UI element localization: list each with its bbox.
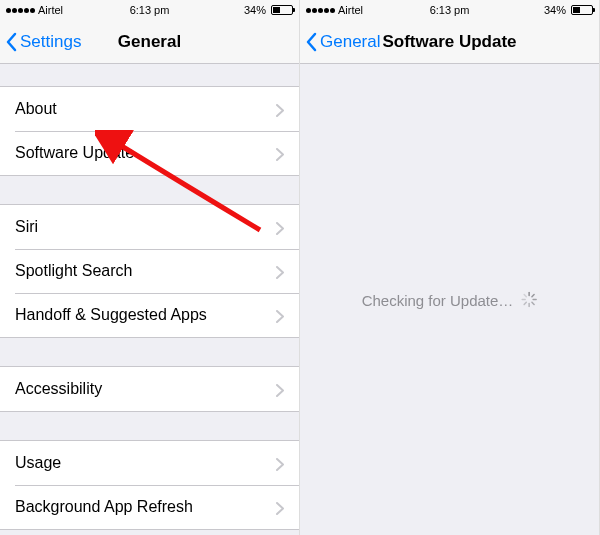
battery-pct-label: 34% xyxy=(244,4,266,16)
carrier-label: Airtel xyxy=(38,4,63,16)
chevron-right-icon xyxy=(276,103,284,116)
general-settings-screen: Airtel 6:13 pm 34% Settings General Abou… xyxy=(0,0,300,535)
content: Checking for Update… xyxy=(300,64,599,535)
chevron-left-icon xyxy=(306,32,318,52)
svg-line-5 xyxy=(524,302,526,304)
row-label: Siri xyxy=(15,218,276,236)
chevron-right-icon xyxy=(276,221,284,234)
clock-label: 6:13 pm xyxy=(430,4,470,16)
nav-bar: General Software Update xyxy=(300,20,599,64)
row-label: Handoff & Suggested Apps xyxy=(15,306,276,324)
row-software-update[interactable]: Software Update xyxy=(0,131,299,175)
row-background-app-refresh[interactable]: Background App Refresh xyxy=(0,485,299,529)
chevron-right-icon xyxy=(276,309,284,322)
row-label: About xyxy=(15,100,276,118)
nav-bar: Settings General xyxy=(0,20,299,64)
svg-line-3 xyxy=(532,302,534,304)
page-title: General xyxy=(118,32,181,52)
carrier-label: Airtel xyxy=(338,4,363,16)
row-label: Software Update xyxy=(15,144,276,162)
row-siri[interactable]: Siri xyxy=(0,205,299,249)
chevron-left-icon xyxy=(6,32,18,52)
row-usage[interactable]: Usage xyxy=(0,441,299,485)
row-label: Spotlight Search xyxy=(15,262,276,280)
back-label: Settings xyxy=(20,32,81,52)
row-about[interactable]: About xyxy=(0,87,299,131)
row-label: Usage xyxy=(15,454,276,472)
battery-pct-label: 34% xyxy=(544,4,566,16)
content: About Software Update Siri Spotlight Sea… xyxy=(0,64,299,535)
svg-line-7 xyxy=(524,295,526,297)
back-button[interactable]: General xyxy=(306,32,380,52)
checking-text: Checking for Update… xyxy=(362,291,514,308)
row-label: Accessibility xyxy=(15,380,276,398)
battery-icon xyxy=(269,5,293,15)
row-label: Background App Refresh xyxy=(15,498,276,516)
page-title: Software Update xyxy=(382,32,516,52)
status-bar: Airtel 6:13 pm 34% xyxy=(300,0,599,20)
signal-dots-icon xyxy=(6,8,35,13)
row-spotlight-search[interactable]: Spotlight Search xyxy=(0,249,299,293)
status-bar: Airtel 6:13 pm 34% xyxy=(0,0,299,20)
clock-label: 6:13 pm xyxy=(130,4,170,16)
checking-message: Checking for Update… xyxy=(362,291,538,308)
signal-dots-icon xyxy=(306,8,335,13)
back-button[interactable]: Settings xyxy=(6,32,81,52)
chevron-right-icon xyxy=(276,457,284,470)
row-handoff[interactable]: Handoff & Suggested Apps xyxy=(0,293,299,337)
chevron-right-icon xyxy=(276,147,284,160)
svg-line-1 xyxy=(532,295,534,297)
back-label: General xyxy=(320,32,380,52)
spinner-icon xyxy=(521,292,537,308)
chevron-right-icon xyxy=(276,265,284,278)
chevron-right-icon xyxy=(276,383,284,396)
battery-icon xyxy=(569,5,593,15)
row-accessibility[interactable]: Accessibility xyxy=(0,367,299,411)
software-update-screen: Airtel 6:13 pm 34% General Software Upda… xyxy=(300,0,600,535)
chevron-right-icon xyxy=(276,501,284,514)
